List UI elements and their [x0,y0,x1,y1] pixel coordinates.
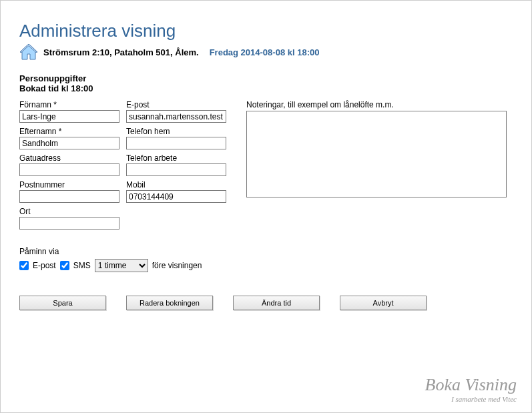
fornamn-label: Förnamn * [19,100,119,109]
reminder-interval-select[interactable]: 1 timme [95,259,148,272]
booked-time: Bokad tid kl 18:00 [19,83,513,93]
gatuadress-label: Gatuadress [19,153,119,163]
delete-booking-button[interactable]: Radera bokningen [126,296,213,310]
person-heading: Personuppgifter [19,73,513,83]
footer-brand: Boka Visning [425,375,517,395]
ort-input[interactable] [19,217,119,230]
telefon-arbete-input[interactable] [126,163,226,176]
postnummer-input[interactable] [19,190,119,203]
datetime-text: Fredag 2014-08-08 kl 18:00 [210,47,320,57]
epost-label: E-post [126,100,226,109]
epost-input[interactable] [126,110,226,123]
postnummer-label: Postnummer [19,180,119,189]
subheader: Strömsrum 2:10, Pataholm 501, Ålem. Fred… [19,44,513,60]
page-title: Administrera visning [19,21,513,41]
notes-label: Noteringar, till exempel om lånelöfte m.… [246,100,513,109]
change-time-button[interactable]: Ändra tid [233,296,320,310]
reminder-sms-checkbox[interactable] [60,261,69,270]
fornamn-input[interactable] [19,110,119,123]
telefon-arbete-label: Telefon arbete [126,153,226,163]
efternamn-label: Efternamn * [19,127,119,136]
footer: Boka Visning I samarbete med Vitec [425,375,517,403]
reminder-epost-label: E-post [33,261,56,270]
footer-sub: I samarbete med Vitec [425,395,517,403]
svg-marker-0 [20,44,37,59]
telefon-hem-label: Telefon hem [126,127,226,136]
efternamn-input[interactable] [19,137,119,149]
mobil-input[interactable] [126,190,226,203]
house-icon [19,44,38,60]
cancel-button[interactable]: Avbryt [340,296,427,310]
address-text: Strömsrum 2:10, Pataholm 501, Ålem. [43,47,199,57]
reminder-heading: Påminn via [19,247,513,256]
telefon-hem-input[interactable] [126,137,226,149]
reminder-suffix: före visningen [152,261,202,270]
gatuadress-input[interactable] [19,163,119,176]
save-button[interactable]: Spara [19,296,106,310]
reminder-epost-checkbox[interactable] [19,261,29,270]
reminder-sms-label: SMS [73,261,91,270]
ort-label: Ort [19,207,119,216]
mobil-label: Mobil [126,180,226,189]
notes-textarea[interactable] [246,111,507,197]
